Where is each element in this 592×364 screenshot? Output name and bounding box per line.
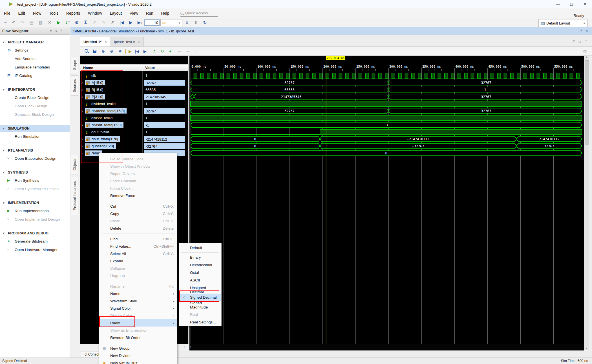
menubar-item[interactable]: Window bbox=[84, 11, 106, 15]
signal-row[interactable]: > ⊓ divisor_tvalid 1 bbox=[80, 114, 188, 121]
expand-chevron-icon[interactable]: > bbox=[81, 95, 85, 99]
relaunch-sim-button[interactable]: ↻ bbox=[200, 20, 209, 25]
close-tab-icon[interactable]: ✕ bbox=[104, 40, 107, 44]
settings-gear-icon[interactable]: ⚙ bbox=[72, 20, 81, 25]
sim-time-input[interactable] bbox=[144, 19, 160, 26]
next-transition-button[interactable]: ▶| bbox=[141, 49, 150, 54]
radix-submenu-item[interactable]: Octal bbox=[179, 269, 221, 276]
radix-submenu-item[interactable]: Default bbox=[179, 244, 221, 252]
context-menu-item[interactable]: Select All Ctrl+A bbox=[99, 250, 177, 257]
flow-section-simulation[interactable]: ∨SIMULATION bbox=[0, 125, 70, 132]
collapse-left-icon[interactable]: › bbox=[184, 345, 185, 349]
flow-nav-item[interactable]: ▶Run Implementation bbox=[0, 207, 70, 215]
context-menu-item[interactable] bbox=[99, 232, 177, 235]
signal-row[interactable]: > ⊓ P[31:0] 2147385345 bbox=[80, 93, 188, 100]
flow-section-rtl-analysis[interactable]: ∨RTL ANALYSIS bbox=[0, 147, 70, 154]
context-menu-item[interactable]: Go To Source Code bbox=[99, 155, 177, 163]
undo-button[interactable]: ↶ bbox=[9, 20, 18, 25]
horizontal-scroll-row[interactable]: › ‹ bbox=[189, 344, 584, 350]
expand-chevron-icon[interactable]: > bbox=[81, 81, 85, 85]
tab-protocol-instances[interactable]: Protocol Instances bbox=[71, 177, 78, 215]
radix-submenu-item[interactable]: Unsigned Decimal bbox=[179, 286, 221, 294]
menubar-item[interactable]: File bbox=[0, 11, 14, 15]
signal-row[interactable]: > ⊓ quotient[15:0] -32767 bbox=[80, 143, 188, 150]
tab-tcl-console[interactable]: Tcl Consol bbox=[81, 352, 99, 357]
run-all-button[interactable]: ▶ bbox=[126, 20, 135, 25]
radix-submenu-item[interactable] bbox=[179, 252, 221, 254]
signal-row[interactable]: > ⊓ dividend_tdata[15:0] 32767 bbox=[80, 107, 188, 114]
find-button[interactable] bbox=[82, 49, 90, 54]
radix-submenu-item[interactable]: Binary bbox=[179, 254, 221, 261]
sum-reports-icon[interactable]: Σ bbox=[81, 20, 90, 25]
tab-ipcore-test[interactable]: ipcore_test.v ✕ bbox=[111, 37, 144, 46]
swap-cursor-prev-icon[interactable]: ↺ bbox=[150, 49, 158, 54]
flow-nav-item[interactable]: Run Simulation bbox=[0, 132, 70, 141]
scroll-down-icon[interactable]: ▼ bbox=[585, 347, 587, 350]
context-menu-item[interactable]: Divider Color ▸ bbox=[99, 312, 177, 319]
cursor-time-flag[interactable]: 205.004 ns bbox=[326, 56, 345, 60]
signal-name-cell[interactable]: ⊓ clk bbox=[85, 73, 98, 78]
context-menu-item[interactable]: Report Drivers bbox=[99, 170, 177, 177]
expand-chevron-icon[interactable]: > bbox=[81, 137, 85, 141]
signal-name-cell[interactable]: ⊓ dout_tvalid bbox=[85, 129, 111, 135]
scroll-up-icon[interactable]: ▲ bbox=[586, 56, 588, 58]
signal-name-cell[interactable]: ⊓ A[15:0] bbox=[85, 80, 105, 85]
zoom-in-button[interactable]: ⊕ bbox=[99, 49, 107, 54]
context-menu-item[interactable] bbox=[99, 341, 177, 345]
expand-chevron-icon[interactable]: > bbox=[81, 123, 85, 127]
layout-selector[interactable]: Default Layout ∨ bbox=[538, 19, 587, 27]
timeline-ruler[interactable]: 0.000 ns50.000 ns100.000 ns150.000 ns200… bbox=[191, 65, 586, 68]
goto-cursor-button[interactable]: ▏▶ bbox=[124, 49, 133, 54]
flow-nav-item[interactable]: Add Sources bbox=[0, 54, 70, 63]
signal-name-cell[interactable]: ⊓ divisor_tvalid bbox=[85, 115, 114, 121]
context-menu-item[interactable]: ▦ New Group bbox=[99, 345, 177, 352]
previous-transition-button[interactable]: |◀ bbox=[133, 49, 141, 54]
context-menu-item[interactable]: Signal Color ▸ bbox=[99, 305, 177, 312]
tab-scope[interactable]: Scope bbox=[71, 57, 78, 73]
menubar-item[interactable]: Run bbox=[142, 11, 157, 15]
flow-section-program-debug[interactable]: ∨PROGRAM AND DEBUG bbox=[0, 230, 70, 237]
context-menu-item[interactable]: Cut Ctrl+X bbox=[99, 203, 177, 210]
menubar-item[interactable]: Edit bbox=[14, 11, 29, 15]
context-menu-item[interactable]: Force Clock... bbox=[99, 185, 177, 192]
context-menu-item[interactable] bbox=[99, 199, 177, 203]
flow-section-ip-integrator[interactable]: ∨IP INTEGRATOR bbox=[0, 86, 70, 93]
help-icon[interactable]: ? bbox=[573, 40, 575, 44]
context-menu-item[interactable]: Show in Object Window bbox=[99, 163, 177, 170]
signal-name-cell[interactable]: ⊓ divisor_tdata[15:0] bbox=[85, 122, 123, 128]
context-menu-item[interactable]: Reverse Bit Order bbox=[99, 334, 177, 341]
delete-button[interactable]: ✕ bbox=[45, 20, 54, 25]
flow-nav-item[interactable]: ⇓Generate Bitstream bbox=[0, 237, 70, 245]
context-menu-item[interactable]: Delete Delete bbox=[99, 225, 177, 232]
context-menu-item[interactable]: Paste Ctrl+V bbox=[99, 217, 177, 225]
paste-button[interactable]: ▥ bbox=[36, 20, 45, 25]
restart-sim-button[interactable]: |◀ bbox=[117, 20, 126, 25]
radix-submenu-item[interactable]: Hexadecimal bbox=[179, 261, 221, 269]
value-column-header[interactable]: Value bbox=[145, 66, 155, 70]
signal-name-cell[interactable]: ⊓ dividend_tdata[15:0] bbox=[85, 108, 127, 114]
context-menu-item[interactable]: Remove Force bbox=[99, 192, 177, 199]
menubar-item[interactable]: View bbox=[126, 11, 142, 15]
run-for-time-button[interactable]: ▶T bbox=[135, 20, 144, 25]
radix-submenu-item[interactable]: ✔ Signed Decimal bbox=[179, 294, 221, 301]
context-menu-item[interactable]: ◉ New Virtual Bus bbox=[99, 359, 177, 364]
flow-nav-item[interactable]: ⚙Settings bbox=[0, 46, 70, 54]
tab-sources[interactable]: Sources bbox=[71, 76, 78, 96]
minimize-button[interactable]: — bbox=[555, 2, 561, 6]
context-menu-item[interactable]: Expand bbox=[99, 257, 177, 265]
flow-section-synthesis[interactable]: ∨SYNTHESIS bbox=[0, 169, 70, 176]
close-button[interactable]: ✕ bbox=[582, 2, 588, 6]
run-button[interactable]: ▶ bbox=[54, 20, 63, 25]
tab-untitled-1[interactable]: Untitled 1* ✕ bbox=[80, 37, 111, 46]
copy-button[interactable]: ▤ bbox=[27, 20, 36, 25]
menubar-item[interactable]: Tools bbox=[45, 11, 62, 15]
flow-nav-item[interactable]: ⊞IP Catalog bbox=[0, 71, 70, 80]
context-menu-item[interactable]: Rename F2 bbox=[99, 283, 177, 290]
radix-submenu-item[interactable] bbox=[179, 309, 221, 311]
signal-row[interactable]: > ⊓ dividend_tvalid 1 bbox=[80, 100, 188, 107]
close-panel-icon[interactable]: ✕ bbox=[585, 29, 588, 33]
flow-nav-item[interactable]: >Open Implemented Design bbox=[0, 215, 70, 223]
flow-nav-item[interactable]: Generate Block Design bbox=[0, 110, 70, 119]
scrollbar-thumb[interactable] bbox=[585, 60, 589, 145]
radix-submenu-item[interactable]: Real bbox=[179, 311, 221, 318]
